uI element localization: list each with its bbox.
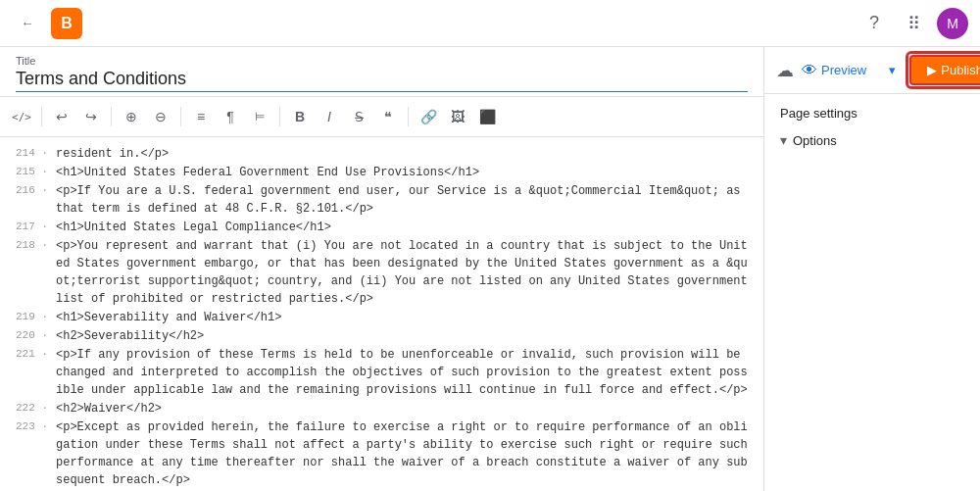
italic-button[interactable]: I	[316, 103, 343, 130]
toolbar-divider-3	[180, 107, 181, 126]
line-number: 222 ·	[16, 400, 48, 417]
page-settings-label: Page settings	[764, 94, 980, 124]
toolbar-divider-1	[41, 107, 42, 126]
preview-dropdown-button[interactable]: ▾	[878, 57, 906, 84]
main-layout: Title </> ↩ ↪ ⊕ ⊖ ≡	[0, 47, 980, 491]
publish-label: Publish	[941, 63, 980, 77]
align-right-icon: ⊨	[255, 110, 265, 123]
content-area[interactable]: 214 · resident in.</p>215 · <h1>United S…	[0, 137, 763, 491]
zoom-out-button[interactable]: ⊖	[147, 103, 174, 130]
editor-area: Title </> ↩ ↪ ⊕ ⊖ ≡	[0, 47, 764, 491]
publish-play-icon: ▶	[927, 63, 937, 77]
cloud-icon: ☁	[776, 60, 794, 81]
align-right-button[interactable]: ⊨	[246, 103, 273, 130]
image-button[interactable]: 🖼	[444, 103, 471, 130]
bold-button[interactable]: B	[286, 103, 314, 130]
line-number: 221 ·	[16, 346, 48, 399]
line-content: <h1>United States Federal Government End…	[56, 164, 748, 181]
link-icon: 🔗	[420, 109, 437, 124]
avatar-letter: M	[947, 16, 958, 31]
apps-button[interactable]: ⠿	[898, 8, 929, 39]
preview-button[interactable]: 👁 Preview	[794, 56, 874, 85]
help-icon: ?	[869, 13, 879, 33]
line-number: 217 ·	[16, 219, 48, 236]
strikethrough-icon: S̶	[355, 109, 364, 124]
apps-icon: ⠿	[907, 13, 920, 34]
logo-letter: B	[61, 15, 73, 32]
align-left-button[interactable]: ≡	[187, 103, 215, 130]
title-label: Title	[16, 55, 748, 67]
undo-button[interactable]: ↩	[48, 103, 75, 130]
publish-button[interactable]: ▶ Publish	[909, 55, 980, 85]
right-sidebar: ☁ 👁 Preview ▾ ▶ Publish Page settings	[764, 47, 980, 491]
redo-button[interactable]: ↪	[77, 103, 105, 130]
back-button[interactable]: ←	[12, 8, 43, 39]
image-icon: 🖼	[451, 109, 465, 124]
quote-icon: ❝	[384, 109, 392, 124]
help-button[interactable]: ?	[858, 8, 890, 39]
back-icon: ←	[21, 16, 33, 30]
content-line: 215 · <h1>United States Federal Governme…	[16, 164, 748, 181]
toolbar-divider-4	[279, 107, 280, 126]
eye-icon: 👁	[802, 62, 817, 79]
italic-icon: I	[327, 109, 331, 124]
zoom-in-button[interactable]: ⊕	[118, 103, 145, 130]
title-bar: Title	[0, 47, 763, 97]
publish-button-wrapper: ▶ Publish	[909, 55, 980, 85]
line-content: <p>If any provision of these Terms is he…	[56, 346, 748, 399]
content-line: 223 · <p>Except as provided herein, the …	[16, 418, 748, 489]
zoom-out-icon: ⊖	[155, 109, 167, 124]
code-view-button[interactable]: </>	[8, 103, 35, 130]
avatar[interactable]: M	[937, 8, 968, 39]
zoom-in-icon: ⊕	[125, 109, 137, 124]
paragraph-button[interactable]: ¶	[217, 103, 244, 130]
more-button[interactable]: ⬛	[473, 103, 501, 130]
paragraph-icon: ¶	[226, 109, 234, 124]
content-line: 217 · <h1>United States Legal Compliance…	[16, 219, 748, 236]
line-content: <p>If You are a U.S. federal government …	[56, 182, 748, 218]
redo-icon: ↪	[85, 109, 97, 124]
content-line: 221 · <p>If any provision of these Terms…	[16, 346, 748, 399]
code-icon: </>	[12, 111, 31, 123]
bold-icon: B	[295, 109, 305, 124]
toolbar: </> ↩ ↪ ⊕ ⊖ ≡ ¶ ⊨	[0, 97, 763, 137]
undo-icon: ↩	[56, 109, 68, 124]
more-icon: ⬛	[479, 109, 496, 124]
nav-left: ← B	[12, 8, 82, 39]
title-input[interactable]	[16, 69, 748, 89]
quote-button[interactable]: ❝	[374, 103, 402, 130]
content-line: 222 · <h2>Waiver</h2>	[16, 400, 748, 417]
content-line: 220 · <h2>Severability</h2>	[16, 327, 748, 345]
line-content: <p>Except as provided herein, the failur…	[56, 418, 748, 489]
blogger-logo: B	[51, 8, 82, 39]
strikethrough-button[interactable]: S̶	[345, 103, 372, 130]
toolbar-divider-5	[408, 107, 409, 126]
line-content: <h2>Severability</h2>	[56, 327, 748, 345]
options-label: Options	[793, 133, 837, 148]
line-content: <h2>Waiver</h2>	[56, 400, 748, 417]
line-content: <h1>United States Legal Compliance</h1>	[56, 219, 748, 236]
title-underline	[16, 91, 748, 92]
sidebar-header: ☁ 👁 Preview ▾ ▶ Publish	[764, 47, 980, 94]
content-line: 219 · <h1>Severability and Waiver</h1>	[16, 309, 748, 326]
content-line: 216 · <p>If You are a U.S. federal gover…	[16, 182, 748, 218]
chevron-down-icon: ▾	[889, 63, 896, 77]
align-left-icon: ≡	[197, 109, 205, 124]
line-number: 218 ·	[16, 237, 48, 308]
line-number: 220 ·	[16, 327, 48, 345]
content-line: 218 · <p>You represent and warrant that …	[16, 237, 748, 308]
line-content: <p>You represent and warrant that (i) Yo…	[56, 237, 748, 308]
content-line: 214 · resident in.</p>	[16, 145, 748, 163]
line-number: 223 ·	[16, 418, 48, 489]
line-content: resident in.</p>	[56, 145, 748, 163]
options-row[interactable]: ▾ Options	[764, 124, 980, 156]
toolbar-divider-2	[111, 107, 112, 126]
line-number: 214 ·	[16, 145, 48, 163]
line-number: 219 ·	[16, 309, 48, 326]
line-content: <h1>Severability and Waiver</h1>	[56, 309, 748, 326]
options-chevron-icon: ▾	[780, 132, 787, 148]
preview-label: Preview	[821, 63, 866, 77]
line-number: 216 ·	[16, 182, 48, 218]
top-navigation: ← B ? ⠿ M	[0, 0, 980, 47]
link-button[interactable]: 🔗	[415, 103, 442, 130]
